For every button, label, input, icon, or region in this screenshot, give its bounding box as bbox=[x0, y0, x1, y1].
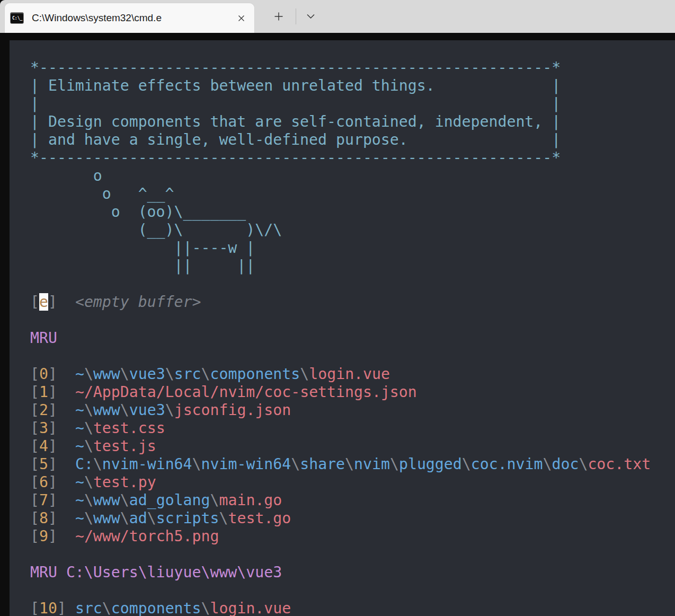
text-segment: [ bbox=[30, 419, 39, 437]
text-segment: 1 bbox=[39, 383, 48, 401]
text-segment: www bbox=[93, 365, 120, 383]
mru-entry[interactable]: [1] ~/AppData/Local/nvim/coc-settings.js… bbox=[30, 383, 675, 401]
text-segment: [ bbox=[30, 293, 39, 311]
text-segment: vue3 bbox=[129, 401, 165, 419]
terminal-panel[interactable]: *---------------------------------------… bbox=[10, 40, 675, 616]
mru-entry[interactable]: [10] src\components\login.vue bbox=[30, 600, 675, 616]
text-segment: test.go bbox=[228, 509, 291, 527]
text-segment bbox=[57, 491, 75, 509]
cow-art-line: o (oo)\_______ bbox=[30, 203, 675, 221]
tab-cmd[interactable]: C:\_ C:\Windows\system32\cmd.e bbox=[4, 3, 255, 33]
text-segment: ~/AppData/Local/nvim/coc-settings.json bbox=[75, 383, 417, 401]
text-segment: \ bbox=[345, 455, 354, 473]
text-segment: ] bbox=[48, 383, 57, 401]
text-segment: \ bbox=[120, 365, 129, 383]
text-segment: \ bbox=[192, 455, 201, 473]
text-segment bbox=[57, 365, 75, 383]
empty-buffer-entry[interactable]: [e] <empty buffer> bbox=[30, 293, 675, 311]
text-segment bbox=[57, 509, 75, 527]
text-segment: coc.txt bbox=[588, 455, 651, 473]
text-segment bbox=[57, 401, 75, 419]
text-segment: 2 bbox=[39, 401, 48, 419]
text-segment bbox=[57, 419, 75, 437]
text-segment: || || bbox=[30, 257, 255, 275]
text-segment: 4 bbox=[39, 437, 48, 455]
plus-icon[interactable] bbox=[269, 7, 288, 26]
text-segment: ~ bbox=[75, 365, 84, 383]
text-segment: \ bbox=[84, 491, 93, 509]
mru-entry[interactable]: [6] ~\test.py bbox=[30, 473, 675, 491]
text-segment: login.vue bbox=[309, 365, 390, 383]
text-segment: ~/www/torch5.png bbox=[75, 527, 219, 545]
mru-entry[interactable]: [8] ~\www\ad\scripts\test.go bbox=[30, 509, 675, 527]
text-segment bbox=[57, 473, 75, 491]
mru-entry[interactable]: [7] ~\www\ad_golang\main.go bbox=[30, 491, 675, 509]
text-segment bbox=[57, 455, 75, 473]
text-segment: | | bbox=[30, 95, 561, 112]
text-segment bbox=[30, 311, 39, 329]
terminal-frame: *---------------------------------------… bbox=[0, 33, 675, 616]
blank-line bbox=[30, 582, 675, 600]
chevron-down-icon[interactable] bbox=[301, 7, 320, 26]
text-segment: components bbox=[210, 365, 300, 383]
text-segment: main.go bbox=[219, 491, 282, 509]
text-segment: doc bbox=[552, 455, 579, 473]
mru-entry[interactable]: [3] ~\test.css bbox=[30, 419, 675, 437]
mru-entry[interactable]: [2] ~\www\vue3\jsconfig.json bbox=[30, 401, 675, 419]
text-segment: test.js bbox=[93, 437, 156, 455]
text-segment: [ bbox=[30, 401, 39, 419]
text-segment: | Design components that are self-contai… bbox=[30, 113, 561, 130]
text-segment: jsconfig.json bbox=[174, 401, 291, 419]
text-segment: ~ bbox=[75, 401, 84, 419]
cow-art-line: o bbox=[30, 167, 675, 185]
text-segment: \ bbox=[93, 455, 102, 473]
text-segment: \ bbox=[219, 509, 228, 527]
text-segment: ~ bbox=[75, 419, 84, 437]
text-segment: o (oo)\_______ bbox=[30, 203, 246, 221]
cow-art-line: || || bbox=[30, 257, 675, 275]
text-segment: \ bbox=[390, 455, 399, 473]
text-segment: ~ bbox=[75, 491, 84, 509]
text-segment: MRU C:\Users\liuyue\www\vue3 bbox=[30, 564, 282, 581]
text-segment: \ bbox=[84, 365, 93, 383]
text-segment: \ bbox=[84, 509, 93, 527]
text-segment: [ bbox=[30, 491, 39, 509]
text-segment: components bbox=[111, 600, 201, 616]
quote-box-line: | and have a single, well-defined purpos… bbox=[30, 131, 675, 149]
text-segment: *---------------------------------------… bbox=[30, 149, 561, 166]
text-segment: test.py bbox=[93, 473, 156, 491]
text-segment: [ bbox=[30, 527, 39, 545]
text-segment: share bbox=[300, 455, 345, 473]
text-segment: login.vue bbox=[210, 600, 291, 616]
text-segment: MRU bbox=[30, 329, 57, 347]
blank-line bbox=[30, 311, 675, 329]
text-segment: \ bbox=[84, 473, 93, 491]
text-segment: \ bbox=[291, 455, 300, 473]
cow-art-line: o ^__^ bbox=[30, 185, 675, 203]
mru-entry[interactable]: [9] ~/www/torch5.png bbox=[30, 527, 675, 545]
quote-box-border-top: *---------------------------------------… bbox=[30, 59, 675, 77]
mru-entry[interactable]: [5] C:\nvim-win64\nvim-win64\share\nvim\… bbox=[30, 455, 675, 473]
text-segment: ] bbox=[57, 600, 66, 616]
text-segment: [ bbox=[30, 437, 39, 455]
text-segment: 5 bbox=[39, 455, 48, 473]
text-segment: [ bbox=[30, 455, 39, 473]
text-segment: \ bbox=[579, 455, 588, 473]
quote-box-line: | | bbox=[30, 95, 675, 113]
text-segment bbox=[30, 582, 39, 599]
blank-line bbox=[30, 545, 675, 564]
quote-box-line: | Design components that are self-contai… bbox=[30, 113, 675, 131]
text-segment bbox=[57, 437, 75, 455]
quote-box-border-bottom: *---------------------------------------… bbox=[30, 149, 675, 167]
text-segment: www bbox=[93, 491, 120, 509]
text-segment: \ bbox=[165, 401, 174, 419]
blank-line bbox=[30, 275, 675, 293]
mru-dir-header: MRU C:\Users\liuyue\www\vue3 bbox=[30, 564, 675, 582]
mru-entry[interactable]: [0] ~\www\vue3\src\components\login.vue bbox=[30, 365, 675, 383]
text-segment: www bbox=[93, 509, 120, 527]
text-segment: o bbox=[30, 167, 102, 184]
text-segment: plugged bbox=[399, 455, 462, 473]
tabbar-divider bbox=[296, 8, 296, 24]
mru-entry[interactable]: [4] ~\test.js bbox=[30, 437, 675, 455]
close-icon[interactable] bbox=[233, 10, 249, 26]
